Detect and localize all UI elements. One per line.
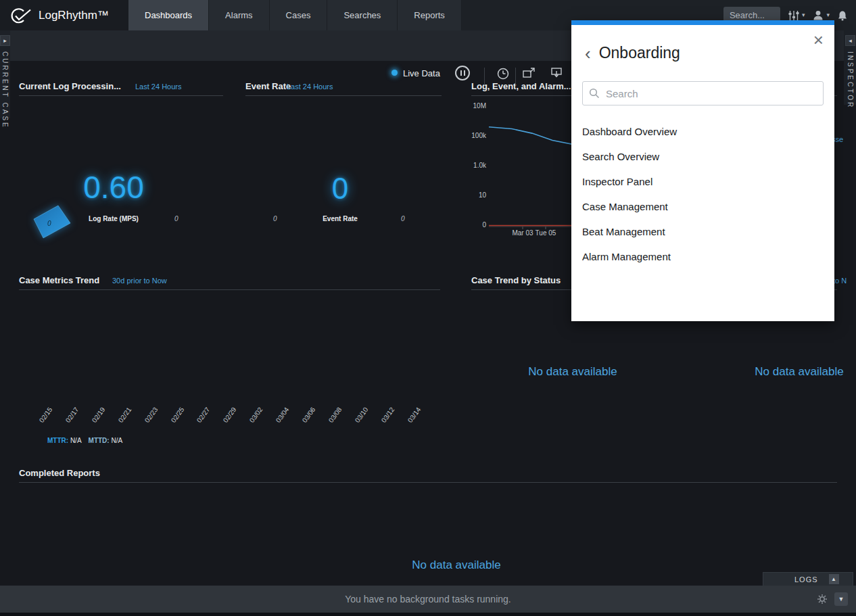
log-rate-value: 0.60 xyxy=(63,169,164,206)
onboarding-item[interactable]: Search Overview xyxy=(582,144,824,169)
panel-range-case-metrics: 30d prior to Now xyxy=(112,277,167,285)
date-tick: 03/06 xyxy=(293,406,317,435)
divider xyxy=(19,95,223,96)
popup-header: ‹ Onboarding xyxy=(571,25,834,62)
panel-title-event-rate: Event Rate xyxy=(245,81,291,91)
log-rate-label: Log Rate (MPS) xyxy=(63,215,164,222)
inspector-tab[interactable]: INSPECTOR xyxy=(847,51,854,109)
tab-reports[interactable]: Reports xyxy=(398,0,462,30)
divider xyxy=(19,482,837,483)
case-trend-no-data-right: No data available xyxy=(735,365,856,379)
nav-tabs: DashboardsAlarmsCasesSearchesReports xyxy=(128,0,462,30)
date-tick: 03/10 xyxy=(345,406,369,435)
panel-title-case-metrics: Case Metrics Trend xyxy=(19,275,99,285)
date-tick: 02/17 xyxy=(55,406,80,435)
y-tick: 10M xyxy=(471,102,486,110)
onboarding-item[interactable]: Alarm Management xyxy=(582,244,824,269)
tab-dashboards[interactable]: Dashboards xyxy=(128,0,209,30)
lea-line-0 xyxy=(489,127,583,147)
onboarding-search-input[interactable] xyxy=(582,81,824,105)
popup-accent-bar xyxy=(571,20,834,25)
pause-button[interactable] xyxy=(455,66,470,80)
panel-title-case-trend: Case Trend by Status xyxy=(471,275,561,285)
event-rate-gauge-min: 0 xyxy=(273,215,277,222)
y-tick: 100k xyxy=(471,132,486,139)
popout-dashboard-button[interactable] xyxy=(522,67,536,82)
user-menu-button[interactable]: ▾ xyxy=(812,9,830,21)
onboarding-item[interactable]: Case Management xyxy=(582,194,824,219)
onboarding-item[interactable]: Dashboard Overview xyxy=(582,119,824,144)
collapse-statusbar-button[interactable]: ▼ xyxy=(834,592,848,606)
sliders-icon xyxy=(788,10,800,21)
time-range-button[interactable] xyxy=(496,67,510,83)
bell-icon xyxy=(837,10,848,21)
status-bar: You have no background tasks running. ▼ xyxy=(0,586,856,613)
mttr-label: MTTR: xyxy=(47,437,68,444)
popup-title: Onboarding xyxy=(599,44,680,62)
panel-title-log-processing: Current Log Processin... xyxy=(19,81,121,91)
popup-search xyxy=(582,81,824,105)
current-case-tab[interactable]: CURRENT CASE xyxy=(1,51,9,129)
onboarding-list: Dashboard OverviewSearch OverviewInspect… xyxy=(582,119,824,269)
date-tick: 03/12 xyxy=(371,406,396,435)
chevron-down-icon: ▾ xyxy=(826,12,830,18)
y-tick: 10 xyxy=(471,191,486,199)
arrow-up-icon: ▲ xyxy=(831,576,836,582)
gear-icon xyxy=(817,594,828,605)
panel-range-case-trend-fragment: to N xyxy=(833,277,847,285)
filters-menu-button[interactable]: ▾ xyxy=(788,10,805,21)
divider xyxy=(245,95,442,96)
divider xyxy=(19,289,440,290)
chevron-down-icon: ▾ xyxy=(802,12,805,18)
date-tick: 03/02 xyxy=(240,406,264,435)
expand-current-case-button[interactable]: ▸ xyxy=(0,35,10,46)
logs-tray-tab[interactable]: LOGS ▲ xyxy=(763,572,853,586)
mttd-value: N/A xyxy=(111,437,122,444)
date-tick: 02/21 xyxy=(108,406,133,435)
logrhythm-logo-icon xyxy=(9,7,32,24)
y-tick: 1.0k xyxy=(471,162,486,169)
close-icon[interactable]: × xyxy=(813,31,824,49)
popout-icon xyxy=(522,67,536,79)
y-tick: 0 xyxy=(471,221,486,229)
onboarding-item[interactable]: Beat Management xyxy=(582,219,824,244)
tab-alarms[interactable]: Alarms xyxy=(209,0,269,30)
notifications-button[interactable] xyxy=(837,10,848,21)
date-tick: 02/29 xyxy=(214,406,238,435)
expand-logs-button[interactable]: ▲ xyxy=(829,574,839,584)
date-tick: 03/14 xyxy=(398,406,422,435)
event-rate-value: 0 xyxy=(289,172,391,206)
brand-name: LogRhythm™ xyxy=(39,9,109,22)
back-chevron-icon[interactable]: ‹ xyxy=(585,45,591,62)
search-icon xyxy=(589,88,600,99)
case-trend-no-data-left: No data available xyxy=(508,365,637,379)
onboarding-item[interactable]: Inspector Panel xyxy=(582,169,824,194)
clock-icon xyxy=(496,67,510,80)
date-tick: 03/04 xyxy=(266,406,291,435)
x-tick: Tue 05 xyxy=(531,229,561,237)
user-icon xyxy=(812,9,824,21)
tab-cases[interactable]: Cases xyxy=(270,0,328,30)
onboarding-popup: × ‹ Onboarding Dashboard OverviewSearch … xyxy=(571,20,834,321)
expand-inspector-button[interactable]: ◂ xyxy=(845,35,855,46)
svg-text:0: 0 xyxy=(47,220,51,227)
bottom-strip xyxy=(0,613,856,616)
export-dashboard-button[interactable] xyxy=(550,67,564,82)
toolbar-divider xyxy=(515,68,516,85)
logs-tray-label: LOGS xyxy=(794,575,818,584)
date-tick: 02/27 xyxy=(187,406,212,435)
arrow-down-icon: ▼ xyxy=(838,596,845,602)
case-metrics-legend: MTTR: N/A MTTD: N/A xyxy=(47,437,122,444)
export-icon xyxy=(550,67,564,79)
event-rate-gauge-max: 0 xyxy=(401,215,405,222)
event-rate-label: Event Rate xyxy=(289,215,391,222)
tab-searches[interactable]: Searches xyxy=(327,0,398,30)
mttd-label: MTTD: xyxy=(89,437,110,444)
panel-title-log-event-alarm: Log, Event, and Alarm... xyxy=(471,81,571,91)
date-tick: 02/23 xyxy=(135,406,159,435)
live-data-indicator-icon xyxy=(391,70,398,76)
live-data-label[interactable]: Live Data xyxy=(403,68,440,78)
settings-button[interactable] xyxy=(817,594,828,607)
panel-range-event-rate: Last 24 Hours xyxy=(287,82,333,91)
log-rate-gauge-max: 0 xyxy=(174,215,179,222)
